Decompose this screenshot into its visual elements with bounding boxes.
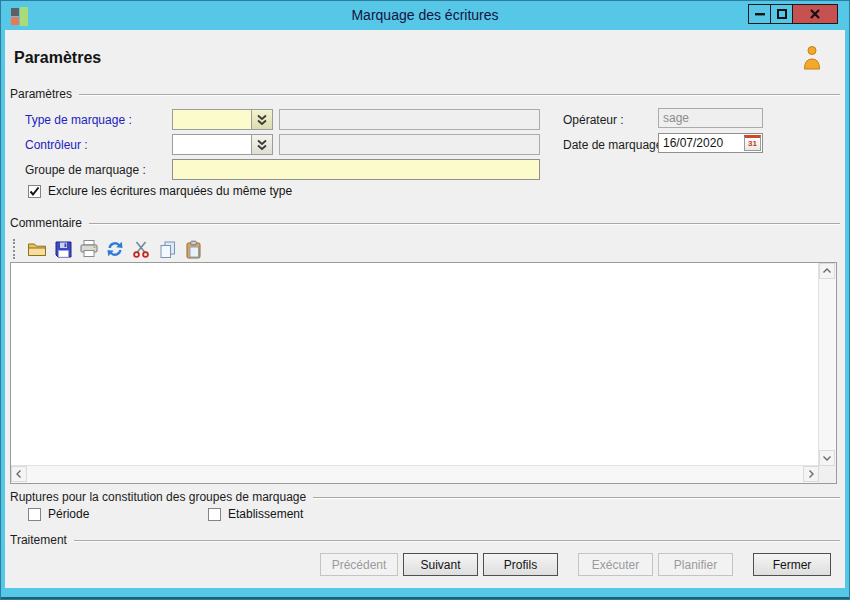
exclure-checkbox-label: Exclure les écritures marquées du même t… xyxy=(48,184,292,198)
close-icon xyxy=(810,9,820,19)
fermer-button[interactable]: Fermer xyxy=(753,553,831,576)
paste-button[interactable] xyxy=(180,237,206,261)
commentaire-textarea-container xyxy=(10,262,837,484)
operator-person-icon xyxy=(801,45,823,71)
refresh-button[interactable] xyxy=(102,237,128,261)
scroll-up-button[interactable] xyxy=(819,263,835,279)
group-traitement: Traitement xyxy=(10,533,840,547)
controleur-value xyxy=(173,135,251,154)
save-floppy-icon xyxy=(54,240,73,259)
group-ruptures: Ruptures pour la constitution des groupe… xyxy=(10,490,840,504)
profils-button[interactable]: Profils xyxy=(483,553,558,576)
window-title: Marquage des écritures xyxy=(1,7,849,23)
type-marquage-combo[interactable] xyxy=(172,109,273,130)
maximize-icon xyxy=(777,9,787,19)
controleur-label: Contrôleur : xyxy=(25,138,88,152)
minimize-icon xyxy=(755,9,765,19)
group-traitement-label: Traitement xyxy=(10,533,67,547)
etablissement-checkbox-label: Etablissement xyxy=(228,507,303,521)
planifier-button: Planifier xyxy=(658,553,733,576)
minimize-button[interactable] xyxy=(748,4,771,24)
groupe-marquage-label: Groupe de marquage : xyxy=(25,163,146,177)
double-chevron-down-icon xyxy=(256,114,268,126)
close-button[interactable] xyxy=(792,4,838,24)
exclure-checkbox[interactable] xyxy=(28,185,41,198)
operateur-input xyxy=(659,111,762,125)
groupe-marquage-input[interactable] xyxy=(172,159,540,180)
titlebar: Marquage des écritures xyxy=(1,1,849,30)
dialog-content: Paramètres Paramètres Type de marquage :… xyxy=(5,30,845,588)
copy-pages-icon xyxy=(158,240,177,259)
checkmark-icon xyxy=(29,186,40,197)
open-folder-icon xyxy=(27,239,47,259)
exclure-checkbox-row: Exclure les écritures marquées du même t… xyxy=(28,184,292,198)
commentaire-textarea[interactable] xyxy=(12,264,818,465)
paste-clipboard-icon xyxy=(184,240,203,259)
group-ruptures-label: Ruptures pour la constitution des groupe… xyxy=(10,490,306,504)
chevron-up-icon xyxy=(822,266,832,276)
calendar-picker-button[interactable]: 31 xyxy=(744,135,761,151)
vertical-scrollbar[interactable] xyxy=(818,263,836,466)
double-chevron-down-icon xyxy=(256,139,268,151)
save-button[interactable] xyxy=(50,237,76,261)
etablissement-checkbox-row: Etablissement xyxy=(208,507,303,521)
operateur-label: Opérateur : xyxy=(563,113,624,127)
precedent-button: Précédent xyxy=(320,553,398,576)
page-title: Paramètres xyxy=(14,49,101,67)
date-marquage-field[interactable]: 31 xyxy=(658,133,763,153)
group-parametres-label: Paramètres xyxy=(10,87,72,101)
periode-checkbox-label: Période xyxy=(48,507,89,521)
scroll-right-button[interactable] xyxy=(803,466,819,482)
refresh-icon xyxy=(105,239,125,259)
type-marquage-value xyxy=(173,110,251,129)
group-commentaire-label: Commentaire xyxy=(10,216,82,230)
scrollbar-corner xyxy=(819,466,836,483)
commentaire-toolbar xyxy=(10,236,206,262)
chevron-left-icon xyxy=(14,469,24,479)
etablissement-checkbox[interactable] xyxy=(208,508,221,521)
chevron-right-icon xyxy=(806,469,816,479)
type-marquage-description-field xyxy=(279,109,540,130)
cut-button[interactable] xyxy=(128,237,154,261)
type-marquage-label: Type de marquage : xyxy=(25,113,132,127)
date-marquage-input[interactable] xyxy=(659,136,744,150)
periode-checkbox[interactable] xyxy=(28,508,41,521)
scroll-down-button[interactable] xyxy=(819,450,835,466)
print-button[interactable] xyxy=(76,237,102,261)
date-marquage-label: Date de marquage : xyxy=(563,138,669,152)
copy-button[interactable] xyxy=(154,237,180,261)
scissors-cut-icon xyxy=(132,240,150,258)
controleur-dropdown-button[interactable] xyxy=(251,135,272,154)
type-marquage-dropdown-button[interactable] xyxy=(251,110,272,129)
chevron-down-icon xyxy=(822,453,832,463)
open-button[interactable] xyxy=(24,237,50,261)
horizontal-scrollbar[interactable] xyxy=(11,465,819,483)
maximize-button[interactable] xyxy=(770,4,793,24)
controleur-combo[interactable] xyxy=(172,134,273,155)
group-commentaire: Commentaire xyxy=(10,216,840,230)
toolbar-grip[interactable] xyxy=(13,239,18,259)
periode-checkbox-row: Période xyxy=(28,507,89,521)
operateur-field xyxy=(658,108,763,128)
suivant-button[interactable]: Suivant xyxy=(403,553,478,576)
scroll-left-button[interactable] xyxy=(11,466,27,482)
group-parametres: Paramètres xyxy=(10,87,840,101)
calendar-icon: 31 xyxy=(748,140,757,148)
executer-button: Exécuter xyxy=(578,553,653,576)
controleur-description-field xyxy=(279,134,540,155)
printer-icon xyxy=(79,239,99,259)
window-controls xyxy=(749,4,838,24)
